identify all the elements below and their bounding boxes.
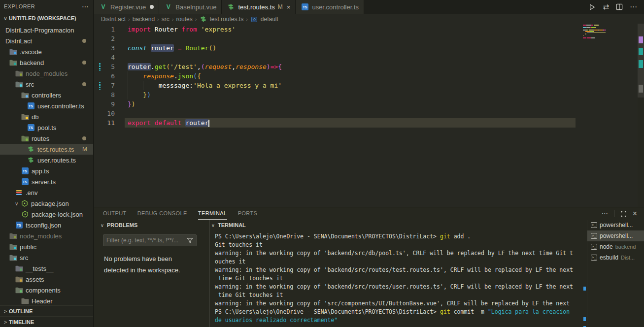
code-editor[interactable]: 1import Router from 'express'23const rou… [94,25,644,207]
explorer-sidebar: EXPLORER ⋯ ∨ UNTITLED (WORKSPACE) Distri… [0,0,94,327]
terminal-instance-node[interactable]: >_nodebackend [587,241,644,252]
explorer-item--vscode[interactable]: .vscode [0,46,93,57]
tab-baseinput-vue[interactable]: VBaseInput.vue [159,0,222,14]
code-line-6: 6 response.json({ [94,71,644,81]
terminal-instance-powershell-[interactable]: >_powershell... [587,220,644,230]
ts-file-icon: TS [21,167,29,175]
explorer-title: EXPLORER [4,3,35,9]
terminal-name: esbuild [600,254,618,261]
tab-test-routes-ts[interactable]: test.routes.tsM× [222,0,296,14]
item-label: package.json [31,200,69,207]
breadcrumb-label: src [162,16,169,23]
close-tab-icon[interactable]: × [287,3,291,11]
panel-more-button[interactable]: ⋯ [602,210,608,217]
minimap[interactable] [583,24,637,207]
explorer-item-db[interactable]: db [0,111,93,122]
code-text: router.get('/test',(request,response)=>{ [128,62,282,71]
explorer-item-src[interactable]: src [0,252,93,263]
breadcrumb-item-backend[interactable]: backend [133,16,155,23]
chevron-right-icon: > [2,308,9,314]
explorer-item-tsconfig-json[interactable]: TStsconfig.json [0,220,93,230]
explorer-item-distrilact[interactable]: DistriLact [0,35,93,46]
explorer-item-package-json[interactable]: ∨package.json [0,198,93,209]
terminal-name: node [600,243,613,250]
editor-actions: ⇄ ⋯ [581,0,644,14]
explorer-item-test-routes-ts[interactable]: test.routes.tsM [0,144,93,155]
breadcrumb-item-routes[interactable]: routes [176,16,192,23]
breadcrumb-item-test-routes-ts[interactable]: test.routes.ts [199,15,243,23]
terminal-icon: >_ [591,233,597,239]
timeline-section-header[interactable]: > TIMELINE [0,316,93,327]
indent-guide [128,71,128,99]
explorer-item--env[interactable]: .env [0,187,93,198]
unsaved-dot-icon[interactable] [150,5,154,9]
terminal-line: PS C:\Users\alejo\OneDrive - SENA\Docume… [215,232,579,241]
panel-tab-bar: OUTPUTDEBUG CONSOLETERMINALPORTS ⋯ × [94,207,644,220]
terminal-instance-powershell-[interactable]: >_powershell... [587,230,644,241]
problems-section-header[interactable]: ∨ PROBLEMS [99,220,209,230]
terminal-instance-esbuild[interactable]: >_esbuildDist... [587,252,644,263]
explorer-item-package-lock-json[interactable]: package-lock.json [0,209,93,220]
explorer-item-src[interactable]: src [0,79,93,90]
tab-user-controller-ts[interactable]: TSuser.controller.ts [296,0,364,14]
explorer-item-controllers[interactable]: controllers [0,90,93,100]
explorer-item-header[interactable]: Header [0,295,93,306]
open-changes-icon[interactable]: ⇄ [603,2,609,11]
explorer-item-distrilact-programacion[interactable]: DistriLact-Programacion [0,25,93,35]
explorer-item--tests-[interactable]: __tests__ [0,263,93,274]
code-line-8: 8 }) [94,90,644,99]
explorer-more-icon[interactable]: ⋯ [82,2,89,10]
explorer-item-server-ts[interactable]: TSserver.ts [0,176,93,187]
explorer-header: EXPLORER ⋯ [0,0,93,13]
run-button[interactable] [588,3,596,11]
item-label: public [20,243,36,251]
editor-area: VRegister.vueVBaseInput.vuetest.routes.t… [94,0,644,207]
panel-tab-output[interactable]: OUTPUT [103,207,127,220]
breadcrumb-label: routes [176,16,192,23]
problems-filter-input[interactable] [106,237,187,244]
explorer-item-routes[interactable]: routes [0,133,93,144]
terminal-label: TERMINAL [218,222,246,228]
breadcrumb-item-default[interactable]: ◇default [250,15,278,23]
overview-ruler[interactable] [638,24,644,207]
explorer-item-node-modules[interactable]: node_modules [0,230,93,241]
backend-folder-icon [9,59,17,66]
item-label: components [26,287,61,294]
explorer-item-assets[interactable]: assets [0,274,93,285]
modified-dot-badge [82,39,86,43]
workspace-section-header[interactable]: ∨ UNTITLED (WORKSPACE) [0,13,93,24]
explorer-item-backend[interactable]: backend [0,57,93,68]
maximize-panel-button[interactable] [620,210,627,217]
terminal-section-header[interactable]: ∨ TERMINAL [210,220,587,230]
timeline-label: TIMELINE [9,319,34,325]
terminal-line: PS C:\Users\alejo\OneDrive - SENA\Docume… [215,308,579,316]
explorer-item-node-modules[interactable]: node_modules [0,68,93,79]
explorer-item-components[interactable]: components [0,285,93,295]
explorer-item-user-controller-ts[interactable]: TSuser.controller.ts [0,100,93,111]
modified-dot-badge [82,61,86,65]
explorer-item-public[interactable]: public [0,241,93,252]
line-number: 11 [94,118,115,128]
breadcrumb-item-distrilact[interactable]: DistriLact [101,16,126,23]
components-folder-icon [15,286,23,294]
item-label: assets [26,276,44,283]
filter-icon[interactable] [187,237,193,244]
split-editor-button[interactable] [616,3,623,10]
breadcrumb-item-src[interactable]: src [162,16,169,23]
panel-tab-debug-console[interactable]: DEBUG CONSOLE [137,207,187,220]
more-actions-button[interactable]: ⋯ [630,2,637,11]
item-label: user.controller.ts [37,102,84,110]
explorer-item-app-ts[interactable]: TSapp.ts [0,165,93,176]
terminal-scrollbar[interactable] [582,232,587,327]
explorer-item-user-routes-ts[interactable]: user.routes.ts [0,155,93,165]
outline-section-header[interactable]: > OUTLINE [0,305,93,316]
panel-tab-ports[interactable]: PORTS [238,207,258,220]
tab-register-vue[interactable]: VRegister.vue [94,0,159,14]
explorer-item-pool-ts[interactable]: TSpool.ts [0,122,93,133]
ts-file-icon: TS [301,3,309,11]
terminal-output[interactable]: PS C:\Users\alejo\OneDrive - SENA\Docume… [215,232,579,327]
panel-tab-terminal[interactable]: TERMINAL [198,207,227,220]
close-panel-button[interactable]: × [633,209,637,218]
code-line-10: 10 [94,109,644,118]
item-label: src [20,254,28,262]
